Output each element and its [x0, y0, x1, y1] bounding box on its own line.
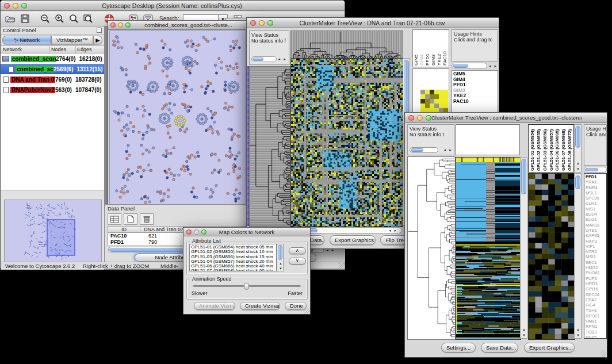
zoom-selected-icon[interactable] — [68, 13, 81, 25]
float-panel-icon[interactable] — [97, 28, 102, 33]
data-col-id[interactable]: ID — [108, 227, 140, 232]
gene-label[interactable]: BUD4 — [586, 212, 605, 217]
minimize-icon[interactable] — [259, 20, 265, 26]
gene-label[interactable]: KAP95 — [586, 233, 605, 238]
gene-label[interactable]: RPO21 — [586, 313, 605, 319]
attribute-list-scrollbar[interactable]: ▲ ▼ — [277, 244, 284, 271]
tv2-column-label[interactable]: GPL51-01 (GSM854) — [530, 126, 536, 171]
gene-label[interactable]: CLN1 — [586, 201, 605, 206]
network-tree-row[interactable]: combined_scores2764(0)16218(0) — [1, 53, 104, 64]
scroll-down-icon[interactable]: ▼ — [576, 334, 580, 337]
tv2-zoom-heatmap-scrollbar[interactable]: ▲ ▼ — [574, 173, 582, 339]
move-attribute-up-button[interactable]: ∧ — [289, 247, 306, 254]
tv1-column-label[interactable]: GIM4 — [419, 31, 425, 66]
gene-label[interactable]: GPI16 — [586, 286, 605, 292]
scroll-up-icon[interactable]: ▲ — [522, 328, 526, 331]
close-icon[interactable] — [110, 22, 116, 28]
gene-label[interactable]: YSH1 — [586, 308, 605, 313]
tv2-heatmap[interactable] — [456, 157, 521, 340]
network-name[interactable]: combined_scores — [11, 56, 56, 62]
zoom-window-icon[interactable] — [201, 229, 206, 235]
zoom-fit-icon[interactable] — [82, 13, 95, 25]
main-titlebar[interactable]: Cytoscape Desktop (Session Name: collins… — [1, 1, 345, 11]
tv2-column-label[interactable]: GPL51-02 (GSM855) — [536, 126, 542, 171]
animate-vizmap-button[interactable]: Animate Vizmap — [194, 302, 235, 310]
scroll-arrows[interactable]: ◄ ► — [388, 229, 398, 232]
settings-button[interactable]: Settings... — [441, 343, 476, 352]
select-attributes-icon[interactable] — [108, 213, 121, 225]
dialog-resize-grip[interactable] — [303, 307, 309, 313]
scroll-arrows[interactable]: ◄ ► — [277, 58, 287, 61]
minimize-icon[interactable] — [417, 115, 423, 121]
scroll-up-icon[interactable]: ▲ — [576, 328, 580, 331]
gene-label[interactable]: PAN1 — [586, 319, 605, 324]
tv1-usage-scrollbar[interactable] — [452, 63, 487, 69]
network-name[interactable]: DNA and Tran 07 — [10, 76, 55, 83]
tv2-column-label[interactable]: GPL51-07 (GSM868) — [561, 126, 567, 171]
zoom-window-icon[interactable] — [21, 3, 27, 9]
new-attribute-icon[interactable] — [124, 213, 137, 225]
gene-label[interactable]: HAP3 — [586, 239, 605, 244]
tab-overflow-arrow[interactable]: ▶ — [93, 36, 102, 44]
tab-vizmapper[interactable]: VizMapper™ — [51, 36, 93, 44]
tv1-column-dendrogram[interactable] — [290, 30, 403, 59]
close-icon[interactable] — [4, 3, 10, 9]
gene-label[interactable]: NTR2 — [586, 249, 605, 254]
gene-label[interactable]: RNR4 — [586, 185, 605, 190]
col-edges[interactable]: Edges — [76, 46, 104, 53]
gene-label[interactable]: TCB3 — [586, 329, 605, 335]
tv1-row-label[interactable]: PAC10 — [453, 99, 496, 105]
tv1-column-label[interactable]: GIM3 — [431, 31, 437, 66]
scroll-arrows[interactable]: ◄ ► — [443, 148, 453, 152]
close-icon[interactable] — [250, 20, 256, 26]
tv2-column-label[interactable]: GPL51-04 (GSM857) — [549, 126, 555, 171]
gene-label[interactable]: PHO81 — [586, 270, 605, 275]
tv2-usage-scrollbar[interactable] — [584, 167, 607, 173]
tv1-column-label[interactable]: PFD1 — [425, 31, 431, 66]
tv2-row-dendrogram[interactable] — [407, 156, 456, 340]
gene-label[interactable]: SEC1 — [586, 260, 605, 265]
attribute-listbox[interactable]: GPL51-01 (GSM854) heat shock 05 minGPL51… — [189, 244, 277, 271]
gene-label[interactable]: PEP5 — [586, 335, 605, 339]
minimize-icon[interactable] — [13, 3, 18, 9]
main-window-resize-grip[interactable] — [338, 262, 344, 268]
network-window-1[interactable]: combined_scores_good.txt--cluste... — [108, 20, 247, 212]
tv1-row-dendrogram[interactable] — [249, 66, 290, 227]
gene-label[interactable]: MAK31 — [586, 223, 605, 228]
gene-label[interactable]: NIS1 — [586, 206, 605, 212]
network-name[interactable]: combined_sco — [16, 66, 53, 72]
tv1-column-label[interactable]: PAC10 — [442, 31, 448, 66]
gene-label[interactable]: ELG1 — [586, 217, 605, 222]
minimize-icon[interactable] — [118, 22, 123, 28]
zoom-out-icon[interactable] — [39, 13, 52, 25]
gene-label[interactable]: MSL1 — [586, 190, 605, 196]
network-view-1-canvas[interactable] — [109, 30, 246, 212]
minimize-icon[interactable] — [194, 229, 199, 235]
col-network[interactable]: Network — [1, 46, 50, 53]
gene-label[interactable]: PFD1 — [586, 174, 605, 179]
gene-label[interactable]: RPN1 — [586, 324, 605, 329]
zoom-window-icon[interactable] — [426, 115, 431, 121]
open-folder-icon[interactable] — [4, 13, 17, 25]
zoom-in-icon[interactable] — [53, 13, 66, 25]
tv2-status-scrollbar[interactable] — [410, 147, 438, 153]
scroll-down-icon[interactable]: ▼ — [279, 267, 283, 270]
network-name[interactable]: RNAPuberNov2+! — [10, 87, 55, 93]
gene-label[interactable]: VIP1 — [586, 244, 605, 249]
save-data-button[interactable]: Save Data... — [481, 343, 518, 352]
gene-label[interactable]: GTB1 — [586, 228, 605, 233]
dialog-titlebar[interactable]: Map Colors to Network — [183, 228, 310, 236]
attribute-list-item[interactable]: GPL51-07 (GSM868) heat shock 60 min — [191, 269, 275, 271]
tv2-column-label[interactable]: GPL51-03 (GSM856) — [542, 126, 549, 171]
tv2-zoom-heatmap[interactable] — [528, 173, 575, 340]
col-nodes[interactable]: Nodes — [50, 46, 76, 53]
export-graphics-button[interactable]: Export Graphics... — [524, 343, 575, 352]
tv1-heatmap[interactable] — [290, 58, 403, 227]
delete-attribute-trash-icon[interactable] — [140, 213, 154, 225]
gene-label[interactable]: HRD3 — [586, 281, 605, 286]
treeview1-titlebar[interactable]: ClusterMaker TreeView : DNA and Tran 07-… — [247, 18, 499, 28]
tv1-status-scrollbar[interactable] — [251, 56, 277, 62]
close-icon[interactable] — [408, 115, 414, 121]
tv2-column-labels-scrollbar[interactable]: ▲ ▼ — [574, 124, 582, 173]
scroll-up-icon[interactable]: ▲ — [279, 262, 283, 265]
